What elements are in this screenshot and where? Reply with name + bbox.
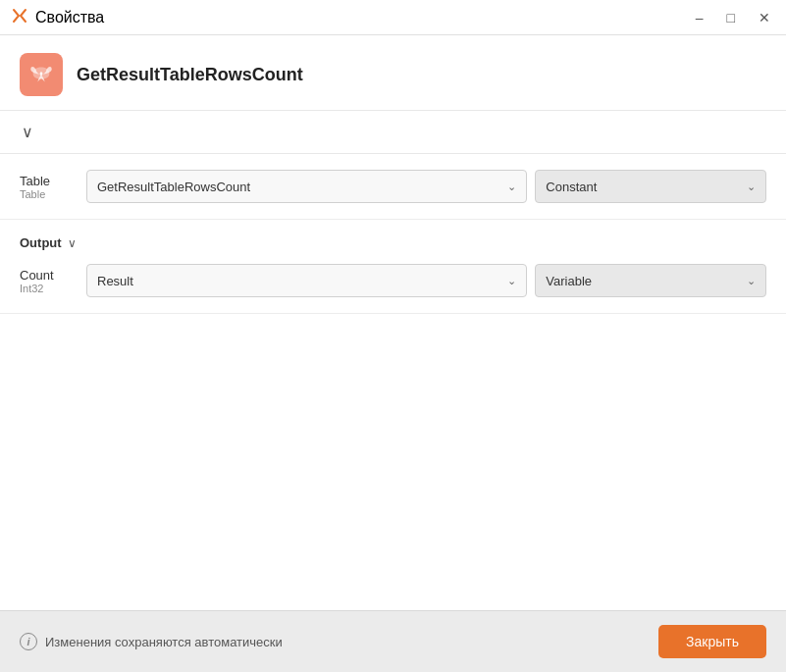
window-close-button[interactable]: ✕ [755,9,774,26]
output-section-header: Output ∨ [20,235,766,250]
footer-info: i Изменения сохраняются автоматически [20,633,283,650]
table-label-sub: Table [20,188,77,200]
count-field-row: Count Int32 Result ⌄ Variable ⌄ [20,264,766,297]
table-dropdown-chevron-icon: ⌄ [507,181,516,193]
table-type-dropdown[interactable]: Constant ⌄ [535,170,766,203]
count-type-dropdown[interactable]: Variable ⌄ [535,264,766,297]
footer-info-text: Изменения сохраняются автоматически [45,635,283,649]
count-type-chevron-icon: ⌄ [747,275,756,287]
table-dropdown-text: GetResultTableRowsCount [97,180,501,194]
form-area: Table Table GetResultTableRowsCount ⌄ Co… [0,154,786,610]
table-label-main: Table [20,174,77,188]
count-dropdown-container: Result ⌄ Variable ⌄ [86,264,766,297]
info-icon: i [20,633,37,650]
svg-point-0 [40,72,43,76]
table-dropdown-container: GetResultTableRowsCount ⌄ Constant ⌄ [86,170,766,203]
table-field-label: Table Table [20,174,77,200]
title-bar-left: Свойства [12,8,104,27]
footer: i Изменения сохраняются автоматически За… [0,610,786,672]
table-type-text: Constant [546,180,741,194]
header-section: GetResultTableRowsCount [0,35,786,111]
count-label-sub: Int32 [20,283,77,294]
close-button[interactable]: Закрыть [658,625,766,658]
count-field-label: Count Int32 [20,268,77,294]
minimize-button[interactable]: – [692,9,707,26]
collapse-section: ∨ [0,111,786,154]
collapse-button[interactable]: ∨ [20,121,35,143]
output-section-chevron-icon[interactable]: ∨ [68,236,77,250]
title-bar: Свойства – □ ✕ [0,0,786,35]
maximize-button[interactable]: □ [723,9,739,26]
app-logo-icon [12,8,27,27]
count-value-dropdown[interactable]: Result ⌄ [86,264,527,297]
count-label-main: Count [20,268,77,283]
table-type-chevron-icon: ⌄ [747,181,756,193]
output-section-label: Output [20,235,62,250]
info-icon-text: i [26,636,29,647]
count-dropdown-chevron-icon: ⌄ [507,275,516,287]
main-content: GetResultTableRowsCount ∨ Table Table Ge… [0,35,786,672]
output-section: Output ∨ Count Int32 Result ⌄ Variable ⌄ [0,220,786,314]
app-icon [20,53,63,96]
app-title: GetResultTableRowsCount [77,65,303,85]
count-type-text: Variable [546,274,741,288]
title-bar-title: Свойства [35,9,104,26]
title-bar-controls: – □ ✕ [692,9,774,26]
count-dropdown-text: Result [97,274,501,288]
table-value-dropdown[interactable]: GetResultTableRowsCount ⌄ [86,170,527,203]
table-field-row: Table Table GetResultTableRowsCount ⌄ Co… [20,170,766,203]
table-section: Table Table GetResultTableRowsCount ⌄ Co… [0,154,786,220]
